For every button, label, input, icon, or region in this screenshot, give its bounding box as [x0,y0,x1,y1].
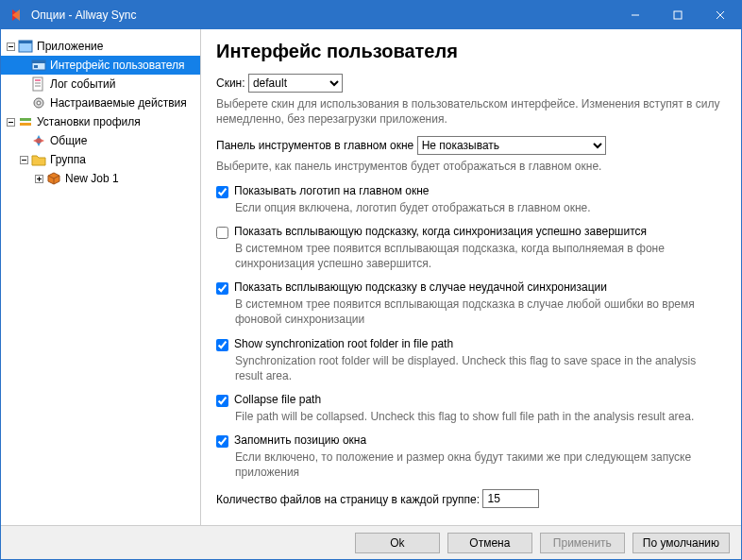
svg-marker-22 [33,138,44,144]
sidebar-tree[interactable]: Приложение Интерфейс пользователя Лог со… [1,29,201,525]
ok-button[interactable]: Ok [355,533,440,553]
tree-label: Установки профиля [37,115,141,128]
option-label: Collapse file path [234,393,321,406]
svg-rect-1 [674,11,682,19]
option-description: В системном трее появится всплывающая по… [235,297,726,327]
option-description: File path will be collapsed. Uncheck thi… [235,409,726,424]
option-description: Synchronization root folder will be disp… [235,353,726,383]
apply-button[interactable]: Применить [540,533,625,553]
window-controls [614,1,741,29]
dialog-footer: Ok Отмена Применить По умолчанию [1,525,741,559]
window-icon [18,39,33,54]
toolbar-select[interactable]: Не показывать [417,136,606,155]
tree-item-group[interactable]: Группа [1,150,200,169]
tree-item-profile-settings[interactable]: Установки профиля [1,112,200,131]
option-label: Показать всплывающую подсказку в случае … [234,280,607,294]
files-per-page-label: Количество файлов на страницу в каждой г… [216,493,480,506]
cancel-button[interactable]: Отмена [447,533,532,553]
cube-icon [46,171,61,186]
default-button[interactable]: По умолчанию [632,533,730,553]
tree-label: Настраиваемые действия [50,96,187,110]
option-description: Если включено, то положение и размер окн… [235,450,726,480]
expander-icon[interactable] [5,116,16,127]
titlebar: Опции - Allway Sync [1,1,741,29]
gear-icon [31,95,46,110]
skin-label: Скин: [216,76,245,90]
general-icon [31,133,46,148]
skin-select[interactable]: default [248,74,343,93]
svg-rect-9 [32,60,45,63]
tree-item-custom-actions[interactable]: Настраиваемые действия [1,93,200,112]
option-label: Show synchronization root folder in file… [234,337,453,350]
tree-item-application[interactable]: Приложение [1,37,200,56]
option-label: Показать всплывающую подсказку, когда си… [234,225,647,238]
popup-success-checkbox[interactable] [216,227,228,239]
window-title: Опции - Allway Sync [31,8,614,22]
ui-icon [31,58,46,73]
minimize-button[interactable] [614,1,656,29]
toolbar-description: Выберите, как панель инструментов будет … [216,159,726,174]
maximize-button[interactable] [656,1,699,29]
skin-description: Выберете скин для использования в пользо… [216,96,726,127]
option-label: Запомнить позицию окна [234,433,366,447]
option-description: В системном трее появится всплывающая по… [235,241,726,271]
tree-item-ui[interactable]: Интерфейс пользователя [1,56,200,75]
svg-rect-20 [20,123,31,126]
expander-icon[interactable] [33,173,44,184]
tree-label: Общие [50,134,87,147]
option-show-root: Show synchronization root folder in file… [216,337,726,351]
remember-pos-checkbox[interactable] [216,435,228,448]
close-button[interactable] [699,1,741,29]
option-popup-success: Показать всплывающую подсказку, когда си… [216,225,726,239]
option-show-logo: Показывать логотип на главном окне [216,184,726,198]
expander-icon[interactable] [18,154,29,165]
folder-icon [31,152,46,167]
option-description: Если опция включена, логотип будет отобр… [235,200,726,215]
page-title: Интерфейс пользователя [216,41,726,62]
tree-label: Группа [50,153,86,166]
settings-icon [18,114,33,129]
files-per-page-input[interactable] [482,489,539,508]
svg-rect-7 [19,41,32,43]
tree-item-log[interactable]: Лог событий [1,75,200,93]
tree-item-general[interactable]: Общие [1,131,200,150]
svg-point-16 [37,101,41,105]
tree-label: New Job 1 [65,172,119,185]
tree-label: Лог событий [50,77,115,91]
option-remember-pos: Запомнить позицию окна [216,433,726,448]
tree-label: Приложение [37,40,103,53]
content-panel: Интерфейс пользователя Скин: default Выб… [201,29,741,525]
options-window: Опции - Allway Sync Приложение Интерфейс… [0,0,742,560]
tree-label: Интерфейс пользователя [50,59,185,72]
svg-rect-11 [33,77,42,91]
expander-icon[interactable] [5,41,16,52]
popup-fail-checkbox[interactable] [216,282,228,295]
log-icon [31,76,46,92]
tree-item-job[interactable]: New Job 1 [1,169,200,188]
svg-rect-10 [34,65,38,68]
option-popup-fail: Показать всплывающую подсказку в случае … [216,280,726,295]
collapse-path-checkbox[interactable] [216,395,228,407]
app-logo-icon [8,8,24,23]
show-root-checkbox[interactable] [216,339,228,351]
svg-rect-19 [20,118,31,121]
option-collapse-path: Collapse file path [216,393,726,407]
option-label: Показывать логотип на главном окне [234,184,429,197]
show-logo-checkbox[interactable] [216,186,228,198]
toolbar-label: Панель инструментов в главном окне [216,139,413,152]
